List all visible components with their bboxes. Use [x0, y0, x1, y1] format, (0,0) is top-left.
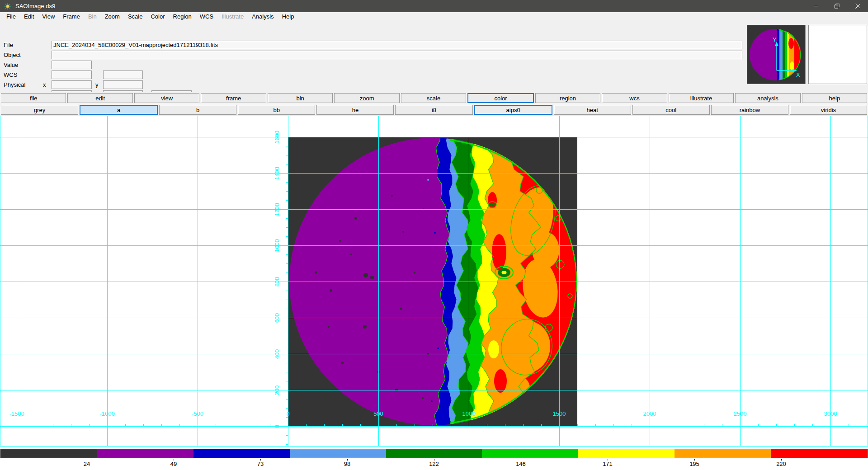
axis-minor-tick-y [286, 191, 288, 192]
x-tick-label-500: 500 [365, 410, 392, 417]
menu-view[interactable]: View [38, 13, 59, 20]
toolbar-button-edit[interactable]: edit [67, 93, 132, 103]
axis-minor-tick-x [342, 424, 343, 426]
colormap-button-a[interactable]: a [80, 105, 158, 115]
value-field[interactable] [52, 61, 92, 69]
axis-minor-tick-y [286, 408, 288, 409]
close-button[interactable] [847, 0, 868, 12]
colorbar-segment-3 [290, 449, 386, 458]
colorbar-label-220: 220 [771, 461, 791, 467]
y-tick-label-1600: 1600 [274, 127, 280, 147]
axis-minor-tick-x [415, 424, 415, 426]
colormap-button-b[interactable]: b [159, 105, 236, 115]
magnifier[interactable] [808, 25, 867, 84]
x-tick-label--1500: -1500 [3, 410, 30, 417]
ds9-window: SAOImage ds9 FileEditViewFrameBinZoomSca… [0, 0, 868, 470]
axis-minor-tick-x [451, 424, 451, 426]
axis-minor-tick-x [360, 424, 361, 426]
menu-color[interactable]: Color [146, 13, 169, 20]
axis-minor-tick-x [776, 424, 777, 426]
grid-hline-1000 [0, 245, 868, 246]
menu-help[interactable]: Help [278, 13, 298, 20]
toolbar-button-region[interactable]: region [535, 93, 600, 103]
colormap-button-aips0[interactable]: aips0 [474, 105, 552, 115]
y-tick-label-600: 600 [274, 308, 280, 328]
axis-minor-tick-x [758, 424, 759, 426]
colormap-button-i8[interactable]: i8 [395, 105, 472, 115]
menu-edit[interactable]: Edit [20, 13, 38, 20]
colorbar[interactable] [0, 449, 868, 458]
colorbar-label-171: 171 [598, 461, 618, 467]
axis-minor-tick-y [286, 200, 288, 201]
toolbar-button-help[interactable]: help [802, 93, 867, 103]
menu-wcs[interactable]: WCS [196, 13, 217, 20]
toolbar-button-zoom[interactable]: zoom [334, 93, 399, 103]
colorbar-segment-4 [386, 449, 482, 458]
axis-minor-tick-y [286, 444, 288, 445]
restore-button[interactable] [826, 0, 847, 12]
y-tick-label-1200: 1200 [274, 200, 280, 220]
colormap-button-grey[interactable]: grey [1, 105, 78, 115]
menu-frame[interactable]: Frame [59, 13, 84, 20]
colormap-button-heat[interactable]: heat [554, 105, 631, 115]
colormap-button-viridis[interactable]: viridis [790, 105, 867, 115]
menu-analysis[interactable]: Analysis [248, 13, 278, 20]
minimize-button[interactable] [806, 0, 826, 12]
toolbar-button-illustrate[interactable]: illustrate [669, 93, 734, 103]
axis-minor-tick-y [286, 291, 288, 291]
colorbar-segment-0 [1, 449, 97, 458]
axis-minor-tick-y [286, 363, 288, 363]
axis-minor-tick-x [668, 424, 668, 426]
menu-file[interactable]: File [2, 13, 20, 20]
colorbar-segment-5 [482, 449, 578, 458]
app-icon [4, 3, 11, 10]
file-field[interactable]: JNCE_2024034_58C00029_V01-mapprojected17… [52, 41, 742, 49]
y-tick-label-0: 0 [274, 417, 280, 437]
toolbar-button-file[interactable]: file [1, 93, 66, 103]
axis-minor-tick-y [286, 164, 288, 164]
axis-minor-tick-y [286, 155, 288, 155]
grid-hline-0 [0, 426, 868, 427]
toolbar-button-color[interactable]: color [467, 93, 533, 103]
colormap-button-bb[interactable]: bb [238, 105, 315, 115]
menu-bin[interactable]: Bin [84, 13, 101, 20]
image-canvas[interactable]: -1500-1000-50005001000150020002500300016… [0, 116, 868, 446]
physical-x-field[interactable] [52, 80, 92, 89]
wcs-field-1[interactable] [52, 70, 92, 79]
axis-minor-tick-x [89, 424, 90, 426]
axis-minor-tick-y [286, 236, 288, 237]
toolbar-button-bin[interactable]: bin [268, 93, 333, 103]
toolbar-button-analysis[interactable]: analysis [735, 93, 800, 103]
colorbar-segment-1 [97, 449, 193, 458]
menu-region[interactable]: Region [169, 13, 196, 20]
colormap-button-cool[interactable]: cool [632, 105, 710, 115]
colormap-button-rainbow[interactable]: rainbow [711, 105, 788, 115]
axis-minor-tick-x [125, 424, 126, 426]
axis-minor-tick-x [613, 424, 614, 426]
axis-minor-tick-x [234, 424, 234, 426]
colorbar-segment-7 [675, 449, 771, 458]
panner-y-label: Y [773, 36, 777, 43]
wcs-field-2[interactable] [103, 70, 143, 79]
physical-x-letter: x [43, 80, 46, 89]
axis-minor-tick-x [505, 424, 505, 426]
y-tick-label-1400: 1400 [274, 164, 280, 183]
axis-minor-tick-x [324, 424, 325, 426]
menu-illustrate[interactable]: Illustrate [217, 13, 248, 20]
menu-zoom[interactable]: Zoom [101, 13, 124, 20]
toolbar-button-view[interactable]: view [134, 93, 199, 103]
colormap-button-he[interactable]: he [316, 105, 394, 115]
panner[interactable]: YX [747, 25, 806, 84]
colorbar-label-122: 122 [424, 461, 444, 467]
object-field[interactable] [52, 51, 742, 59]
grid-hline-200 [0, 390, 868, 390]
physical-y-field[interactable] [103, 80, 143, 89]
axis-minor-tick-x [161, 424, 162, 426]
toolbar-button-frame[interactable]: frame [201, 93, 266, 103]
toolbar-button-wcs[interactable]: wcs [602, 93, 667, 103]
toolbar-button-scale[interactable]: scale [401, 93, 466, 103]
axis-minor-tick-x [487, 424, 487, 426]
axis-minor-tick-x [396, 424, 397, 426]
menu-scale[interactable]: Scale [124, 13, 147, 20]
colorbar-segment-6 [578, 449, 675, 458]
